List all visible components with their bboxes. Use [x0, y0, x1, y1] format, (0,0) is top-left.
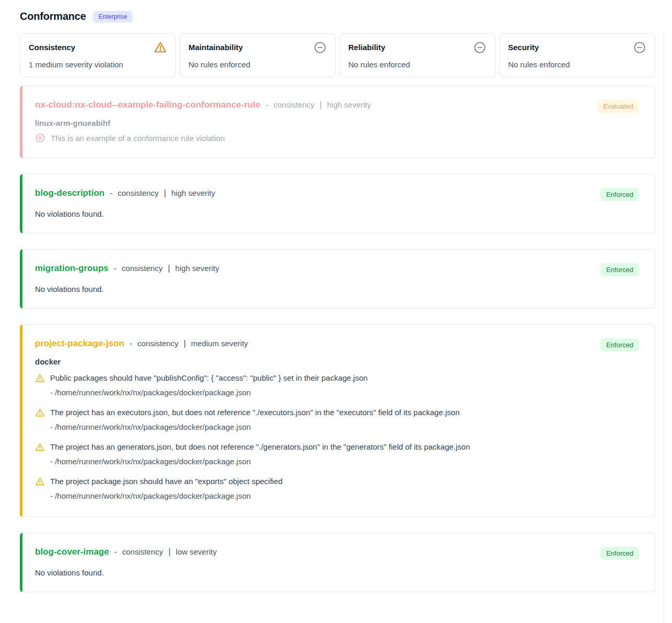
summary-card-reliability[interactable]: Reliability No rules enforced [339, 33, 496, 77]
meta-pipe: | [320, 100, 322, 110]
rule-card-example-failing-conformance-rule: nx-cloud:nx-cloud--example-failing-confo… [20, 86, 655, 158]
rule-category: consistency [274, 100, 314, 109]
violation-item: The project package.json should have an … [35, 476, 639, 502]
meta-dash: - [266, 100, 268, 110]
rule-card-blog-cover-image: blog-cover-image - consistency | low sev… [20, 533, 655, 592]
meta-pipe: | [168, 264, 170, 273]
project-name: linux-arm-gnueabihf [35, 119, 639, 127]
warning-triangle-icon [35, 477, 45, 487]
rule-severity: medium severity [191, 339, 248, 348]
violation-item: Public packages should have "publishConf… [35, 372, 639, 398]
summary-card-maintainability[interactable]: Maintainability No rules enforced [180, 33, 336, 77]
rule-card-migration-groups: migration-groups - consistency | high se… [20, 249, 655, 309]
conformance-page: Conformance Enterprise Consistency 1 med… [0, 0, 672, 592]
rule-severity: high severity [171, 189, 215, 197]
rule-name-link[interactable]: blog-description [35, 188, 104, 198]
rule-card-blog-description: blog-description - consistency | high se… [20, 174, 655, 233]
error-circle-icon [35, 133, 45, 143]
warning-triangle-icon [35, 408, 45, 418]
no-violations-text: No violations found. [35, 285, 639, 293]
rule-severity: high severity [175, 264, 219, 273]
warning-triangle-icon [154, 41, 167, 54]
summary-card-title: Consistency [29, 41, 75, 52]
summary-card-security[interactable]: Security No rules enforced [499, 33, 655, 77]
violation-path: - /home/runner/work/nx/nx/packages/docke… [50, 421, 639, 433]
enterprise-badge: Enterprise [93, 11, 133, 22]
summary-card-title: Reliability [348, 41, 385, 52]
rule-name-link[interactable]: nx-cloud:nx-cloud--example-failing-confo… [35, 100, 261, 110]
violation-list: Public packages should have "publishConf… [35, 372, 639, 502]
violation-item: The project has an executors.json, but d… [35, 407, 639, 433]
summary-card-title: Security [508, 41, 539, 52]
meta-pipe: | [184, 339, 186, 348]
violation-message: The project has an generators.json, but … [50, 441, 470, 453]
no-violations-text: No violations found. [35, 209, 639, 218]
project-name: docker [35, 357, 639, 366]
status-badge: Enforced [600, 263, 639, 276]
summary-card-consistency[interactable]: Consistency 1 medium severity violation [20, 33, 176, 77]
rule-severity: high severity [327, 100, 371, 109]
summary-cards: Consistency 1 medium severity violation … [20, 33, 655, 77]
rule-name-link[interactable]: migration-groups [35, 263, 109, 274]
warning-triangle-icon [35, 442, 45, 452]
summary-card-status: No rules enforced [508, 60, 646, 69]
status-badge: Enforced [600, 547, 639, 560]
violation-message: The project has an executors.json, but d… [50, 407, 459, 418]
no-violations-text: No violations found. [35, 568, 639, 577]
meta-dash: - [129, 339, 132, 348]
rule-card-project-package-json: project-package-json - consistency | med… [20, 324, 655, 517]
violation-message: The project package.json should have an … [50, 476, 282, 487]
page-header: Conformance Enterprise [20, 10, 655, 22]
status-badge: Enforced [600, 338, 639, 351]
rule-name-link[interactable]: blog-cover-image [35, 547, 109, 557]
violation-path: - /home/runner/work/nx/nx/packages/docke… [50, 456, 639, 467]
rule-severity: low severity [176, 547, 217, 556]
violation-path: - /home/runner/work/nx/nx/packages/docke… [50, 490, 639, 502]
summary-card-status: 1 medium severity violation [29, 60, 167, 69]
summary-card-status: No rules enforced [348, 60, 487, 69]
rule-category: consistency [137, 339, 178, 348]
minus-circle-icon [313, 41, 327, 54]
page-title: Conformance [20, 10, 86, 22]
rule-category: consistency [118, 189, 159, 197]
minus-circle-icon [473, 41, 487, 54]
status-badge: Evaluated [597, 100, 639, 113]
summary-card-title: Maintainability [188, 41, 243, 52]
rule-name-link[interactable]: project-package-json [35, 338, 124, 349]
warning-triangle-icon [35, 373, 45, 383]
violation-message: This is an example of a conformance rule… [51, 134, 225, 143]
status-badge: Enforced [600, 188, 639, 201]
meta-dash: - [114, 547, 117, 557]
violation-message: Public packages should have "publishConf… [50, 372, 368, 384]
meta-pipe: | [164, 189, 166, 198]
summary-card-status: No rules enforced [188, 60, 327, 69]
meta-dash: - [114, 264, 116, 273]
meta-pipe: | [168, 547, 170, 557]
rule-category: consistency [122, 547, 163, 556]
minus-circle-icon [633, 41, 646, 54]
meta-dash: - [110, 189, 112, 198]
violation-path: - /home/runner/work/nx/nx/packages/docke… [50, 387, 639, 398]
rule-category: consistency [122, 264, 162, 273]
scroll-area-divider [664, 30, 664, 623]
violation-item: The project has an generators.json, but … [35, 441, 639, 467]
